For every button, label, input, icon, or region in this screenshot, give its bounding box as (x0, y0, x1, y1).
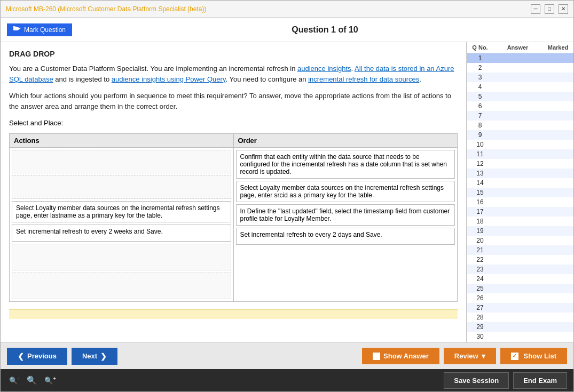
sidebar-row-qno: 10 (469, 141, 491, 148)
select-place-label: Select and Place: (9, 119, 458, 127)
sidebar-row[interactable]: 23 (467, 265, 573, 274)
sidebar-row[interactable]: 7 (467, 111, 573, 121)
show-list-button[interactable]: Show List (500, 348, 567, 364)
order-item-4[interactable]: Set incremental refresh to every 2 days … (236, 228, 455, 245)
close-button[interactable]: ✕ (559, 4, 568, 14)
minimize-button[interactable]: ─ (531, 4, 540, 14)
action-item-5[interactable] (12, 244, 231, 270)
maximize-button[interactable]: □ (545, 4, 554, 14)
drag-drop-table: Actions Select Loyalty member data sourc… (9, 133, 458, 302)
sidebar-row[interactable]: 4 (467, 82, 573, 92)
action-item-3[interactable]: Select Loyalty member data sources on th… (12, 201, 231, 222)
sidebar-row[interactable]: 9 (467, 130, 573, 140)
question-paragraph1: You are a Customer Data Platform Special… (9, 63, 458, 84)
sidebar-row[interactable]: 3 (467, 73, 573, 82)
zoom-in-button[interactable]: 🔍+ (42, 374, 58, 386)
sidebar-row[interactable]: 25 (467, 284, 573, 293)
sidebar-header: Q No. Answer Marked (467, 42, 573, 53)
order-column-header: Order (234, 134, 458, 148)
sidebar-row-qno: 30 (469, 333, 491, 340)
sidebar-row-qno: 28 (469, 314, 491, 321)
sidebar-qno-header: Q No. (469, 44, 491, 51)
sidebar-row-qno: 4 (469, 83, 491, 91)
sidebar-row[interactable]: 16 (467, 197, 573, 207)
sidebar-row-qno: 21 (469, 246, 491, 254)
title-bar: Microsoft MB-260 (Microsoft Customer Dat… (1, 1, 573, 18)
previous-label: Previous (27, 352, 57, 360)
sidebar-row[interactable]: 15 (467, 188, 573, 197)
sidebar-row[interactable]: 14 (467, 178, 573, 188)
sidebar-row-qno: 11 (469, 150, 491, 158)
sidebar-row[interactable]: 6 (467, 101, 573, 111)
question-instruction: Which four actions should you perform in… (9, 91, 458, 111)
order-item-2[interactable]: Select Loyalty member data sources on th… (236, 181, 455, 202)
save-session-button[interactable]: Save Session (444, 372, 509, 389)
next-button[interactable]: Next ❯ (72, 348, 117, 365)
sidebar-row[interactable]: 13 (467, 169, 573, 178)
sidebar-row[interactable]: 19 (467, 226, 573, 236)
sidebar-row-qno: 8 (469, 122, 491, 129)
zoom-out-button[interactable]: 🔍- (7, 374, 21, 386)
sidebar-row-qno: 6 (469, 102, 491, 110)
bottom-toolbar: 🔍- 🔍 🔍+ Save Session End Exam (1, 369, 573, 391)
sidebar-row-qno: 9 (469, 131, 491, 139)
zoom-reset-button[interactable]: 🔍 (25, 374, 39, 386)
sidebar-row[interactable]: 1 (467, 53, 573, 63)
review-button[interactable]: Review ▾ (444, 348, 496, 364)
sidebar-row-qno: 16 (469, 198, 491, 206)
action-item-1[interactable] (12, 150, 231, 173)
sidebar-row[interactable]: 30 (467, 332, 573, 341)
mark-question-button[interactable]: Mark Question (7, 23, 72, 36)
next-label: Next (82, 352, 97, 360)
show-list-label: Show List (524, 352, 556, 360)
sidebar-row[interactable]: 26 (467, 293, 573, 303)
sidebar-row[interactable]: 17 (467, 207, 573, 217)
sidebar-row-qno: 13 (469, 170, 491, 177)
sidebar-row[interactable]: 10 (467, 140, 573, 149)
sidebar-row-qno: 26 (469, 294, 491, 302)
sidebar-row[interactable]: 29 (467, 322, 573, 332)
next-chevron-icon: ❯ (100, 352, 107, 361)
sidebar-row[interactable]: 27 (467, 303, 573, 313)
order-item-3[interactable]: In Define the "last updated" field, sele… (236, 204, 455, 226)
sidebar-row-qno: 15 (469, 189, 491, 196)
review-dropdown-icon: ▾ (482, 352, 485, 360)
sidebar-row-qno: 29 (469, 323, 491, 331)
sidebar-row-qno: 19 (469, 227, 491, 235)
sidebar-row[interactable]: 2 (467, 63, 573, 73)
sidebar-row[interactable]: 18 (467, 217, 573, 226)
show-answer-checkbox-icon (373, 353, 380, 360)
sidebar-row[interactable]: 20 (467, 236, 573, 245)
action-item-2[interactable] (12, 175, 231, 199)
window-controls: ─ □ ✕ (531, 4, 568, 14)
show-list-checkbox-icon (511, 353, 518, 360)
sidebar-row[interactable]: 21 (467, 245, 573, 255)
sidebar-row-qno: 12 (469, 160, 491, 167)
sidebar-row-qno: 24 (469, 275, 491, 283)
sidebar-row-qno: 3 (469, 74, 491, 81)
sidebar-row[interactable]: 8 (467, 121, 573, 130)
end-exam-button[interactable]: End Exam (513, 372, 567, 389)
title-suffix: ) (204, 5, 206, 13)
prev-chevron-icon: ❮ (18, 352, 24, 361)
title-prefix: Microsoft MB-260 ( (6, 5, 60, 13)
order-column: Order Confirm that each entity within th… (234, 134, 458, 301)
sidebar-row[interactable]: 22 (467, 255, 573, 265)
actions-column: Actions Select Loyalty member data sourc… (10, 134, 234, 301)
action-item-4[interactable]: Set incremental refresh to every 2 weeks… (12, 225, 231, 242)
action-item-6[interactable] (12, 273, 231, 299)
sidebar-row[interactable]: 12 (467, 159, 573, 169)
sidebar-row-qno: 25 (469, 285, 491, 292)
title-highlight: Microsoft Customer Data Platform Special… (60, 5, 204, 13)
sidebar-row-qno: 2 (469, 64, 491, 71)
main-content: DRAG DROP You are a Customer Data Platfo… (1, 42, 573, 342)
sidebar-row[interactable]: 24 (467, 274, 573, 284)
sidebar-row[interactable]: 5 (467, 92, 573, 101)
sidebar-row[interactable]: 28 (467, 313, 573, 322)
question-area: DRAG DROP You are a Customer Data Platfo… (1, 42, 467, 342)
previous-button[interactable]: ❮ Previous (7, 348, 67, 365)
show-answer-button[interactable]: Show Answer (362, 348, 439, 364)
order-item-1[interactable]: Confirm that each entity within the data… (236, 150, 455, 179)
sidebar-answer-header: Answer (492, 44, 544, 51)
sidebar-row[interactable]: 11 (467, 149, 573, 159)
